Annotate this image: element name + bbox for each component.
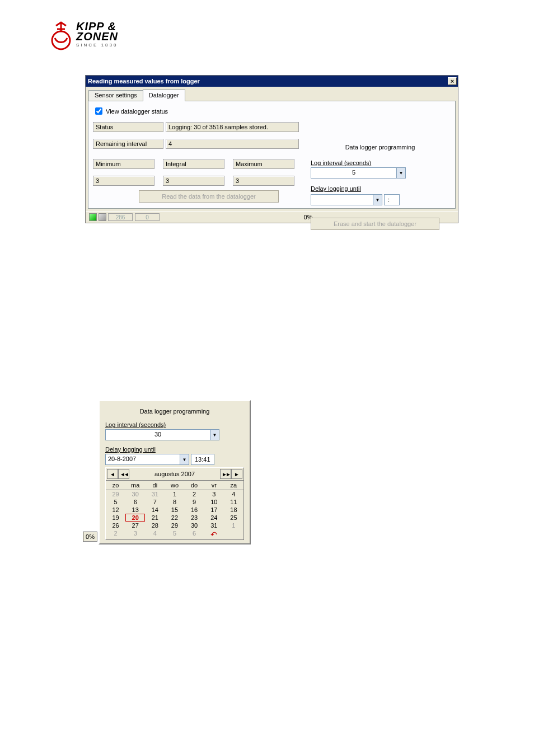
status-label-box: Status xyxy=(93,122,163,132)
cal-dow: wo xyxy=(165,482,184,489)
cal-day[interactable]: 12 xyxy=(106,506,125,514)
cal-day[interactable]: 9 xyxy=(185,498,204,506)
cal-day[interactable]: 14 xyxy=(145,506,165,514)
maximum-value: 3 xyxy=(233,176,294,186)
cal-dow: do xyxy=(185,482,204,489)
cal-day[interactable]: 16 xyxy=(185,506,204,514)
log-interval-value: 5 xyxy=(311,168,396,178)
cal-dow: vr xyxy=(204,482,224,489)
chevron-down-icon[interactable]: ▼ xyxy=(180,454,189,464)
popup-log-interval-value: 30 xyxy=(106,430,210,440)
tab-panel-datalogger: View datalogger status Status Logging: 3… xyxy=(88,101,456,209)
maximum-label: Maximum xyxy=(233,159,294,169)
cal-day[interactable]: 29 xyxy=(165,522,184,529)
cal-day[interactable]: 15 xyxy=(165,506,184,514)
popup-delay-date-combo[interactable]: 20-8-2007 ▼ xyxy=(105,454,189,465)
cal-day[interactable]: 5 xyxy=(106,498,125,506)
delay-date-value xyxy=(311,195,373,205)
cal-day[interactable]: 17 xyxy=(204,506,224,514)
calendar[interactable]: ◄ ◄◄ augustus 2007 ►► ► zo ma di wo do v… xyxy=(105,467,244,540)
popup-heading: Data logger programming xyxy=(105,408,244,415)
cal-day[interactable]: 21 xyxy=(145,514,165,522)
cal-day[interactable]: 22 xyxy=(165,514,184,522)
progress-percent-2: 0% xyxy=(83,532,97,542)
cal-day[interactable]: 2 xyxy=(185,490,204,498)
cal-day[interactable]: 1 xyxy=(165,490,184,498)
brand-mark-icon xyxy=(49,18,73,50)
chevron-down-icon[interactable]: ▼ xyxy=(396,168,405,178)
delay-time-input[interactable]: : xyxy=(384,194,400,205)
erase-start-button[interactable]: Erase and start the datalogger xyxy=(311,218,439,230)
remaining-label-box: Remaining interval xyxy=(93,139,163,149)
cal-month-label: augustus 2007 xyxy=(129,469,220,478)
popup-delay-date-value: 20-8-2007 xyxy=(106,454,180,464)
integral-value: 3 xyxy=(163,176,224,186)
delay-date-combo[interactable]: ▼ xyxy=(311,194,382,205)
tab-sensor-settings[interactable]: Sensor settings xyxy=(88,90,143,102)
cal-day[interactable]: 30 xyxy=(185,522,204,529)
popup-delay-time-input[interactable]: 13:41 xyxy=(191,454,214,465)
cal-day[interactable]: 7 xyxy=(145,498,165,506)
cal-day[interactable]: 13 xyxy=(125,506,145,514)
view-status-checkbox[interactable] xyxy=(95,107,102,115)
cal-next-year-button[interactable]: ►► xyxy=(220,469,231,479)
log-interval-combo[interactable]: 5 ▼ xyxy=(311,167,406,179)
cal-day[interactable]: 3 xyxy=(125,529,145,539)
popup-log-interval-label: Log interval (seconds) xyxy=(105,421,244,428)
minimum-label: Minimum xyxy=(93,159,154,169)
cal-dow-header: zo ma di wo do vr za xyxy=(106,480,243,490)
window-title: Reading measured values from logger xyxy=(88,78,200,84)
cal-next-month-button[interactable]: ► xyxy=(231,469,242,479)
cal-day[interactable]: 3 xyxy=(204,490,224,498)
cal-day[interactable]: 19 xyxy=(106,514,125,522)
cal-day[interactable]: 30 xyxy=(125,490,145,498)
remaining-value: 4 xyxy=(166,139,299,149)
titlebar[interactable]: Reading measured values from logger × xyxy=(86,76,458,87)
cal-prev-month-button[interactable]: ◄ xyxy=(107,469,118,479)
cal-day[interactable]: 26 xyxy=(106,522,125,529)
cal-day[interactable]: 29 xyxy=(106,490,125,498)
brand-logo: KIPP & ZONEN SINCE 1830 xyxy=(49,18,118,50)
chevron-down-icon[interactable]: ▼ xyxy=(210,430,219,440)
cal-day[interactable]: 28 xyxy=(145,522,165,529)
cal-day[interactable]: 8 xyxy=(165,498,184,506)
cal-day[interactable]: 27 xyxy=(125,522,145,529)
log-interval-label: Log interval (seconds) xyxy=(311,159,449,166)
popup-delay-label: Delay logging until xyxy=(105,446,244,453)
cal-dow: di xyxy=(145,482,165,489)
cal-day[interactable]: 31 xyxy=(204,522,224,529)
read-data-button[interactable]: Read the data from the datalogger xyxy=(139,190,279,203)
cal-dow: ma xyxy=(125,482,145,489)
cal-day[interactable]: 10 xyxy=(204,498,224,506)
cal-prev-year-button[interactable]: ◄◄ xyxy=(118,469,129,479)
tab-datalogger[interactable]: Datalogger xyxy=(143,90,185,101)
cal-day[interactable]: 20 xyxy=(125,514,145,522)
brand-line2: ZONEN xyxy=(76,31,118,42)
popup-log-interval-combo[interactable]: 30 ▼ xyxy=(105,429,219,440)
cal-day[interactable]: 31 xyxy=(145,490,165,498)
chevron-down-icon[interactable]: ▼ xyxy=(373,195,382,205)
datalogger-dialog: Reading measured values from logger × Se… xyxy=(85,75,458,223)
svg-point-0 xyxy=(52,31,70,49)
minimum-value: 3 xyxy=(93,176,154,186)
delay-label: Delay logging until xyxy=(311,185,449,192)
cal-day[interactable]: 4 xyxy=(145,529,165,539)
today-icon[interactable]: ↶ xyxy=(210,530,217,539)
cal-day[interactable]: 1 xyxy=(224,522,243,529)
cal-day[interactable]: 11 xyxy=(224,498,243,506)
close-icon[interactable]: × xyxy=(448,77,457,85)
cal-day[interactable]: 6 xyxy=(185,529,204,539)
cal-day[interactable]: 23 xyxy=(185,514,204,522)
cal-day[interactable]: 2 xyxy=(106,529,125,539)
cal-day[interactable]: 5 xyxy=(165,529,184,539)
cal-day[interactable]: 4 xyxy=(224,490,243,498)
programming-heading: Data logger programming xyxy=(311,144,449,151)
cal-day[interactable]: 18 xyxy=(224,506,243,514)
cal-dow: zo xyxy=(106,482,125,489)
integral-label: Integral xyxy=(163,159,224,169)
cal-day[interactable]: 25 xyxy=(224,514,243,522)
cal-dow: za xyxy=(224,482,243,489)
cal-day[interactable]: 24 xyxy=(204,514,224,522)
status-value: Logging: 30 of 3518 samples stored. xyxy=(166,122,299,132)
cal-day[interactable]: 6 xyxy=(125,498,145,506)
